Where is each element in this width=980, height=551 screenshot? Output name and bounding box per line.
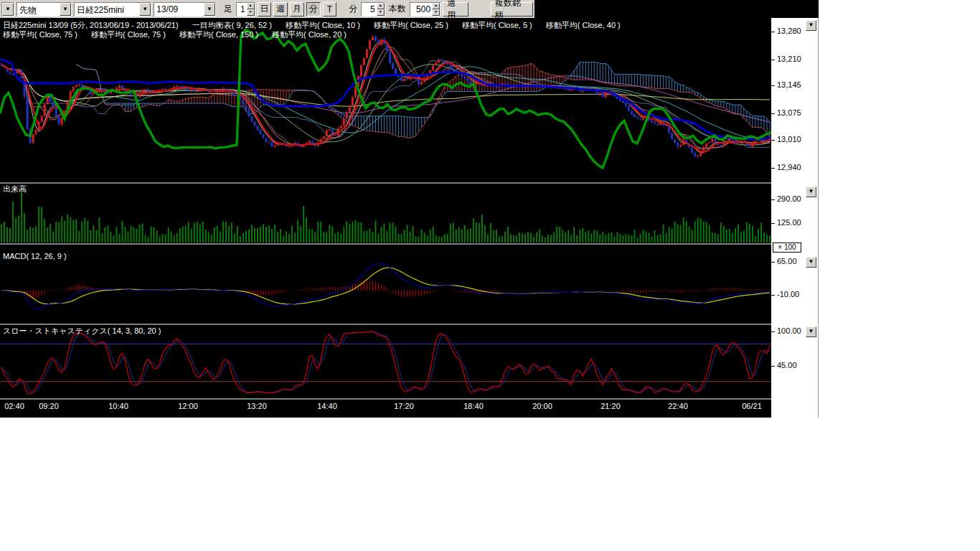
instrument-category-value: 先物	[17, 3, 60, 16]
bar-multiplier-value: 1	[237, 3, 247, 16]
contract-month-select[interactable]: 13/09 ▼	[154, 2, 216, 17]
period-week-button[interactable]: 週	[273, 2, 288, 17]
price-tick-label: 13,145	[777, 80, 801, 89]
time-tick-label: 06/21	[742, 402, 762, 410]
volume-panel-label: 出来高	[3, 184, 27, 194]
bar-count-value: 500	[410, 3, 432, 16]
time-tick-label: 18:40	[463, 402, 484, 410]
bar-multiplier-input[interactable]: 1 ▲▼	[236, 2, 255, 17]
tick-mark	[771, 168, 775, 169]
tick-mark	[771, 85, 775, 86]
tick-mark	[771, 113, 775, 114]
apply-button[interactable]: 適用	[443, 2, 468, 17]
period-day-button[interactable]: 日	[258, 2, 272, 17]
price-tick-label: 13,075	[777, 108, 801, 117]
legend-ma5: 移動平均( Close, 5 )	[462, 21, 532, 29]
price-axis-strip: 13,28013,21013,14513,07513,01012,940290.…	[771, 18, 818, 418]
bar-type-label: 足	[222, 3, 234, 15]
volume-tick-label: 125.00	[777, 218, 801, 227]
legend-ma40: 移動平均( Close, 40 )	[546, 21, 621, 29]
time-tick-label: 17:20	[394, 402, 414, 410]
chevron-down-icon: ▼	[809, 328, 814, 334]
contract-month-value: 13/09	[154, 3, 204, 16]
tick-mark	[771, 331, 775, 332]
price-panel-dropdown-button[interactable]: ▼	[806, 20, 816, 31]
tick-mark	[771, 199, 775, 200]
volume-tick-label: 290.00	[777, 194, 801, 203]
stoch-tick-label: 45.00	[777, 361, 797, 369]
toolbar-filler	[534, 0, 819, 18]
macd-tick-label: -10.00	[777, 290, 799, 298]
time-tick-label: 20:00	[532, 402, 552, 410]
macd-panel-dropdown-button[interactable]: ▼	[806, 257, 816, 268]
chevron-down-icon: ▼	[809, 188, 814, 194]
spinner-arrows-icon[interactable]: ▲▼	[377, 3, 385, 16]
chart-panel: 日経225mini 13/09 (5分, 2013/06/19 - 2013/0…	[0, 18, 819, 418]
period-minute-button[interactable]: 分	[306, 2, 321, 17]
macd-panel-label: MACD( 12, 26, 9 )	[3, 252, 67, 260]
time-tick-label: 22:40	[668, 402, 688, 410]
time-tick-label: 02:40	[4, 402, 24, 410]
instrument-category-select[interactable]: 先物 ▼	[17, 2, 72, 17]
spinner-arrows-icon[interactable]: ▲▼	[432, 3, 440, 16]
window-selector-dropdown[interactable]: ▼	[1, 2, 14, 17]
tick-mark	[771, 366, 775, 367]
period-tick-button[interactable]: T	[323, 2, 337, 17]
legend-ichimoku: 一目均衡表( 9, 26, 52 )	[192, 21, 272, 29]
chevron-down-icon: ▼	[139, 3, 151, 16]
period-month-button[interactable]: 月	[290, 2, 304, 17]
tick-mark	[771, 32, 775, 32]
tick-mark	[771, 223, 775, 224]
volume-unit-box: × 100	[773, 242, 801, 253]
legend-ma75b: 移動平均( Close, 75 )	[91, 30, 166, 39]
bar-count-input[interactable]: 500 ▲▼	[410, 2, 440, 17]
stoch-panel-dropdown-button[interactable]: ▼	[806, 326, 816, 337]
chevron-down-icon: ▼	[809, 22, 814, 28]
tick-mark	[771, 295, 775, 296]
legend-ma20: 移動平均( Close, 20 )	[272, 30, 347, 39]
legend-ma25: 移動平均( Close, 25 )	[374, 21, 448, 29]
time-tick-label: 09:20	[39, 402, 59, 410]
volume-panel-dropdown-button[interactable]: ▼	[806, 187, 816, 197]
axis-right-border	[818, 18, 819, 418]
bar-count-label: 本数	[387, 3, 407, 15]
tick-mark	[771, 60, 775, 60]
time-tick-label: 12:00	[178, 402, 198, 410]
price-tick-label: 13,010	[777, 135, 801, 143]
app-window: ▼ 先物 ▼ 日経225mini ▼ 13/09 ▼ 足 1 ▲▼ 日 週 月 …	[0, 0, 980, 551]
time-tick-label: 21:20	[600, 402, 621, 410]
toolbar: ▼ 先物 ▼ 日経225mini ▼ 13/09 ▼ 足 1 ▲▼ 日 週 月 …	[0, 0, 534, 18]
minute-interval-input[interactable]: 5 ▲▼	[361, 2, 385, 17]
chart-legend-line2: 移動平均( Close, 75 ) 移動平均( Close, 75 ) 移動平均…	[3, 29, 358, 40]
tick-mark	[771, 140, 775, 141]
time-tick-label: 10:40	[108, 402, 128, 410]
time-tick-label: 13:20	[247, 402, 267, 410]
chevron-down-icon: ▼	[2, 3, 14, 16]
price-tick-label: 13,210	[777, 55, 801, 63]
price-tick-label: 12,940	[777, 163, 801, 171]
minute-interval-value: 5	[362, 3, 377, 16]
time-tick-label: 14:40	[317, 402, 337, 410]
legend-ma150: 移動平均( Close, 150 )	[179, 30, 258, 39]
chevron-down-icon: ▼	[204, 3, 215, 16]
legend-ma10: 移動平均( Close, 10 )	[286, 21, 360, 29]
legend-instrument: 日経225mini 13/09 (5分, 2013/06/19 - 2013/0…	[3, 21, 179, 29]
symbol-value: 日経225mini	[75, 3, 139, 16]
stoch-panel-label: スロー・ストキャスティクス( 14, 3, 80, 20 )	[3, 326, 161, 336]
chart-canvas[interactable]	[0, 18, 771, 418]
minute-label: 分	[347, 3, 359, 15]
chevron-down-icon: ▼	[809, 258, 814, 265]
stoch-tick-label: 100.00	[777, 326, 801, 335]
chevron-down-icon: ▼	[60, 3, 71, 16]
legend-ma75a: 移動平均( Close, 75 )	[3, 30, 77, 39]
multi-symbol-button[interactable]: 複数銘柄	[491, 2, 533, 17]
tick-mark	[771, 262, 775, 263]
macd-tick-label: 65.00	[777, 257, 797, 265]
price-tick-label: 13,280	[777, 27, 801, 35]
spinner-arrows-icon[interactable]: ▲▼	[247, 3, 255, 16]
symbol-select[interactable]: 日経225mini ▼	[74, 2, 151, 17]
